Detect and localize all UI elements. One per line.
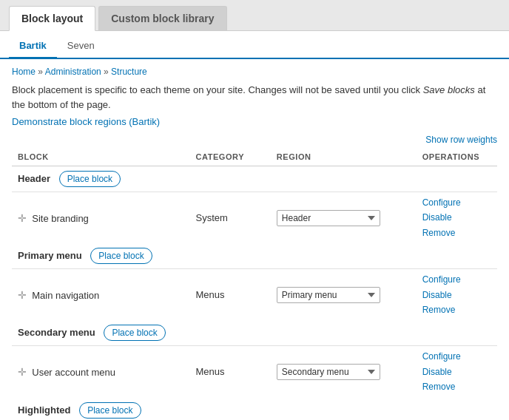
section-name: Secondary menu <box>18 327 95 338</box>
block-table: Block Category Region Operations Header … <box>12 148 497 420</box>
operations: ConfigureDisableRemove <box>422 195 491 240</box>
op-disable-link[interactable]: Disable <box>422 210 452 225</box>
drag-handle[interactable]: ✛ <box>18 212 27 224</box>
operations: ConfigureDisableRemove <box>422 349 491 394</box>
page-description: Block placement is specific to each them… <box>12 83 497 112</box>
section-row: Header Place block <box>12 166 497 192</box>
block-name: Main navigation <box>30 290 100 301</box>
region-select[interactable]: HeaderPrimary menuSecondary menuHighligh… <box>277 210 380 226</box>
place-block-button-3[interactable]: Place block <box>79 402 141 419</box>
table-row: ✛ User account menu Menus HeaderPrimary … <box>12 346 497 398</box>
op-disable-link[interactable]: Disable <box>422 365 452 379</box>
tab-custom-block-library[interactable]: Custom block library <box>98 6 226 30</box>
section-row: Highlighted Place block <box>12 398 497 420</box>
demo-link[interactable]: Demonstrate block regions (Bartik) <box>12 116 497 127</box>
operations: ConfigureDisableRemove <box>422 272 491 317</box>
place-block-button-2[interactable]: Place block <box>104 325 165 341</box>
col-header-region: Region <box>271 148 417 166</box>
breadcrumb: Home » Administration » Structure <box>12 67 497 77</box>
sub-tab-seven[interactable]: Seven <box>57 34 105 58</box>
region-select[interactable]: HeaderPrimary menuSecondary menuHighligh… <box>277 287 380 303</box>
op-configure-link[interactable]: Configure <box>422 195 461 210</box>
op-configure-link[interactable]: Configure <box>422 272 461 287</box>
op-disable-link[interactable]: Disable <box>422 288 452 302</box>
region-select[interactable]: HeaderPrimary menuSecondary menuHighligh… <box>277 364 380 380</box>
op-remove-link[interactable]: Remove <box>422 226 456 240</box>
section-row: Primary menu Place block <box>12 243 497 269</box>
block-name: Site branding <box>30 213 89 224</box>
section-name: Header <box>18 173 50 184</box>
drag-handle[interactable]: ✛ <box>18 366 27 378</box>
place-block-button-0[interactable]: Place block <box>59 171 121 187</box>
col-header-block: Block <box>12 148 190 166</box>
drag-handle[interactable]: ✛ <box>18 289 27 301</box>
op-configure-link[interactable]: Configure <box>422 349 461 364</box>
breadcrumb-home[interactable]: Home <box>12 67 36 77</box>
breadcrumb-structure[interactable]: Structure <box>111 67 147 77</box>
main-content: Home » Administration » Structure Block … <box>0 59 509 420</box>
section-row: Secondary menu Place block <box>12 320 497 346</box>
sub-tab-bartik[interactable]: Bartik <box>9 34 57 59</box>
block-category: System <box>190 192 271 244</box>
tab-block-layout[interactable]: Block layout <box>9 6 95 31</box>
breadcrumb-administration[interactable]: Administration <box>45 67 101 77</box>
col-header-category: Category <box>190 148 271 166</box>
block-category: Menus <box>190 269 271 321</box>
show-row-weights-link[interactable]: Show row weights <box>12 135 497 145</box>
table-header-row: Block Category Region Operations <box>12 148 497 166</box>
top-tabs-bar: Block layout Custom block library <box>0 0 509 31</box>
section-name: Primary menu <box>18 250 82 261</box>
op-remove-link[interactable]: Remove <box>422 379 456 394</box>
op-remove-link[interactable]: Remove <box>422 302 456 317</box>
place-block-button-1[interactable]: Place block <box>90 248 152 264</box>
sub-tabs-bar: Bartik Seven <box>0 34 509 59</box>
section-name: Highlighted <box>18 404 71 416</box>
block-name: User account menu <box>30 367 115 378</box>
table-row: ✛ Site branding System HeaderPrimary men… <box>12 192 497 244</box>
col-header-operations: Operations <box>417 148 497 166</box>
block-category: Menus <box>190 346 271 398</box>
table-row: ✛ Main navigation Menus HeaderPrimary me… <box>12 269 497 321</box>
